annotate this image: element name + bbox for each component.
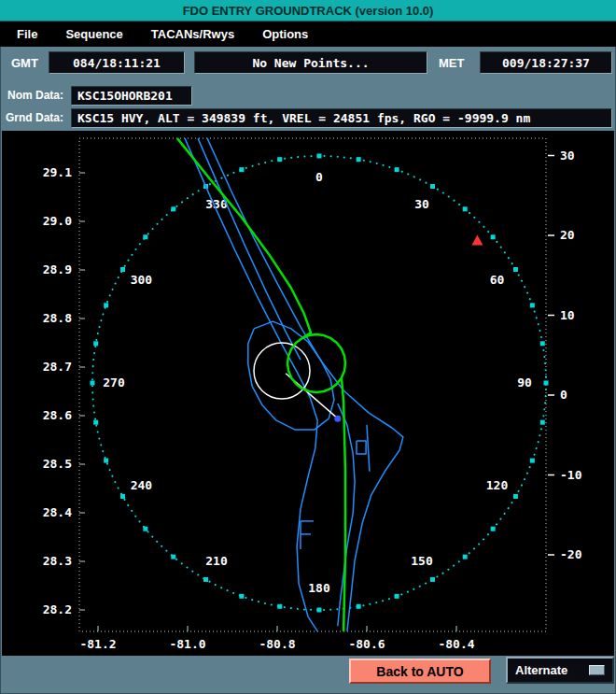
compass-tick-square bbox=[540, 420, 545, 425]
met-label: MET bbox=[439, 56, 464, 70]
lat-tick-label: 28.2 bbox=[43, 602, 72, 616]
groundtrack-line bbox=[177, 138, 345, 631]
lat-tick-label: 28.3 bbox=[43, 554, 72, 568]
compass-bearing-label: 30 bbox=[414, 197, 429, 211]
compass-tick-square bbox=[171, 206, 175, 211]
lon-tick-label: -81.2 bbox=[79, 637, 116, 651]
compass-tick-square bbox=[463, 555, 468, 559]
alternate-option-menu[interactable]: Alternate bbox=[506, 657, 614, 684]
compass-tick-square bbox=[316, 607, 321, 612]
status-message-field: No New Points... bbox=[194, 51, 427, 74]
menu-bar: File Sequence TACANs/Rwys Options bbox=[0, 21, 616, 47]
compass-tick-square bbox=[543, 380, 548, 385]
menu-tacans-rwys[interactable]: TACANs/Rwys bbox=[144, 23, 242, 45]
plot-area: 29.129.028.928.828.728.628.528.428.328.2… bbox=[2, 131, 614, 656]
compass-tick-square bbox=[540, 341, 545, 346]
grnd-data-value: KSC15 HVY, ALT = 349839 ft, VREL = 24851… bbox=[71, 108, 612, 128]
window-title: FDO ENTRY GROUNDTRACK (version 10.0) bbox=[183, 4, 434, 18]
compass-tick-square bbox=[90, 380, 94, 385]
gmt-label: GMT bbox=[11, 56, 38, 70]
compass-tick-square bbox=[93, 341, 98, 346]
right-scale-label: 30 bbox=[560, 149, 575, 163]
compass-tick-square bbox=[491, 234, 496, 239]
coastline-facility-box bbox=[357, 441, 366, 454]
compass-tick-square bbox=[513, 494, 518, 499]
compass-bearing-label: 120 bbox=[486, 478, 509, 492]
lat-tick-label: 29.1 bbox=[43, 165, 72, 179]
window-titlebar[interactable]: FDO ENTRY GROUNDTRACK (version 10.0) bbox=[0, 0, 616, 21]
compass-tick-square bbox=[530, 459, 535, 463]
lat-tick-label: 28.9 bbox=[43, 262, 72, 276]
compass-tick-square bbox=[357, 157, 361, 162]
nom-data-value: KSC15OHORB201 bbox=[71, 86, 192, 106]
back-to-auto-button[interactable]: Back to AUTO bbox=[349, 659, 491, 684]
right-scale-label: -20 bbox=[560, 547, 582, 561]
compass-tick-square bbox=[239, 594, 244, 599]
lat-tick-label: 28.7 bbox=[43, 360, 72, 374]
compass-tick-square bbox=[395, 167, 399, 172]
lat-tick-label: 28.6 bbox=[43, 408, 72, 422]
gmt-value-field: 084/18:11:21 bbox=[49, 51, 185, 74]
compass-tick-square bbox=[463, 206, 468, 211]
nom-data-row: Nom Data: KSC15OHORB201 bbox=[0, 86, 616, 106]
plot-frame bbox=[79, 138, 546, 631]
alternate-label: Alternate bbox=[515, 663, 567, 677]
compass-tick-square bbox=[120, 267, 125, 272]
lat-tick-label: 28.8 bbox=[43, 311, 72, 325]
compass-circle bbox=[92, 156, 546, 610]
compass-bearing-label: 180 bbox=[308, 581, 330, 595]
app-window: { "window": { "title": "FDO ENTRY GROUND… bbox=[0, 0, 616, 694]
menu-sequence[interactable]: Sequence bbox=[58, 23, 130, 45]
nom-data-label: Nom Data: bbox=[7, 89, 63, 102]
vehicle-marker bbox=[334, 416, 341, 422]
menu-file[interactable]: File bbox=[9, 23, 45, 45]
lat-tick-label: 28.4 bbox=[43, 505, 72, 519]
bottom-controls: Back to AUTO Alternate bbox=[0, 657, 616, 688]
right-scale-label: 10 bbox=[560, 308, 575, 322]
grnd-data-label: Grnd Data: bbox=[6, 111, 63, 124]
compass-bearing-label: 150 bbox=[411, 554, 433, 568]
compass-tick-square bbox=[430, 577, 435, 582]
red-position-marker-icon bbox=[471, 234, 483, 245]
coastline-slf-runway bbox=[367, 425, 370, 472]
compass-tick-square bbox=[277, 604, 282, 609]
plot-canvas[interactable]: 29.129.028.928.828.728.628.528.428.328.2… bbox=[2, 131, 614, 656]
lat-tick-label: 29.0 bbox=[43, 214, 72, 228]
compass-tick-square bbox=[395, 594, 399, 599]
compass-tick-square bbox=[491, 527, 496, 531]
compass-tick-square bbox=[239, 167, 244, 172]
compass-tick-square bbox=[120, 494, 125, 499]
right-scale-label: -10 bbox=[560, 468, 582, 482]
option-menu-indicator-icon bbox=[589, 665, 605, 675]
compass-tick-square bbox=[93, 420, 98, 425]
compass-bearing-label: 270 bbox=[103, 375, 125, 389]
compass-tick-square bbox=[203, 577, 208, 582]
menu-options[interactable]: Options bbox=[255, 23, 315, 45]
compass-tick-square bbox=[171, 555, 175, 559]
lon-tick-label: -80.4 bbox=[438, 637, 474, 651]
lat-tick-label: 28.5 bbox=[43, 457, 72, 471]
compass-tick-square bbox=[316, 153, 321, 158]
compass-bearing-label: 210 bbox=[205, 554, 228, 568]
met-value-field: 009/18:27:37 bbox=[480, 51, 612, 74]
compass-bearing-label: 0 bbox=[315, 170, 323, 184]
compass-tick-square bbox=[277, 157, 282, 162]
compass-bearing-label: 60 bbox=[490, 273, 505, 287]
compass-tick-square bbox=[143, 527, 147, 531]
lon-tick-label: -80.6 bbox=[348, 637, 385, 651]
compass-tick-square bbox=[104, 303, 108, 307]
right-scale-label: 0 bbox=[560, 388, 567, 402]
compass-tick-square bbox=[357, 604, 361, 609]
lon-tick-label: -81.0 bbox=[169, 637, 205, 651]
compass-tick-square bbox=[104, 459, 108, 463]
grnd-data-row: Grnd Data: KSC15 HVY, ALT = 349839 ft, V… bbox=[0, 108, 616, 129]
compass-bearing-label: 300 bbox=[131, 273, 153, 287]
compass-tick-square bbox=[513, 267, 518, 272]
compass-bearing-label: 240 bbox=[131, 478, 153, 492]
status-bar: GMT 084/18:11:21 No New Points... MET 00… bbox=[0, 51, 616, 76]
right-scale-label: 20 bbox=[560, 228, 575, 242]
compass-tick-square bbox=[143, 234, 147, 239]
lon-tick-label: -80.8 bbox=[259, 637, 295, 651]
compass-tick-square bbox=[530, 303, 535, 307]
compass-bearing-label: 90 bbox=[517, 375, 532, 389]
